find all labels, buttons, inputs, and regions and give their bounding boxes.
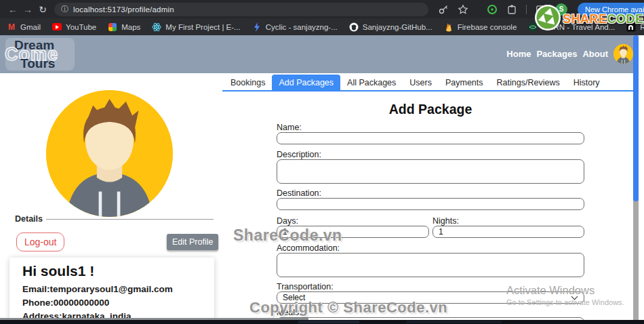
bookmark-cyclic[interactable]: Cyclic - sanjayzng-... <box>252 22 338 32</box>
site-header: Dream Come Tours Home Packages About <box>0 35 639 73</box>
tab-history[interactable]: History <box>567 75 607 91</box>
bottom-dark-bar <box>0 320 644 324</box>
scrollbar-thumb[interactable] <box>633 35 639 201</box>
nav-packages[interactable]: Packages <box>536 49 577 59</box>
phone-text: Phone:00000000000 <box>22 298 201 308</box>
transportation-select[interactable]: Select <box>277 291 584 304</box>
bookmark-star-icon[interactable] <box>458 4 468 15</box>
sharecode-swirl-icon <box>534 4 561 34</box>
react-icon <box>152 22 161 32</box>
site-info-icon[interactable]: ⓘ <box>61 4 68 14</box>
days-input[interactable] <box>277 226 429 238</box>
tab-all-packages[interactable]: All Packages <box>340 75 403 91</box>
taskbar-segment <box>407 321 502 323</box>
profile-picture <box>46 90 173 217</box>
description-input[interactable] <box>277 159 584 184</box>
taskbar-segment <box>298 321 359 323</box>
meals-label: Meals: <box>277 308 302 317</box>
accommodation-input[interactable] <box>277 253 584 277</box>
cyclic-icon <box>252 22 262 32</box>
tab-bookings[interactable]: Bookings <box>224 75 272 91</box>
bookmark-gmail[interactable]: M Gmail <box>7 22 41 32</box>
nights-label: Nights: <box>432 216 459 226</box>
sharecode-logo-text: SHARECODE.vn <box>563 12 644 26</box>
logo-line-tours: Tours <box>20 56 55 71</box>
github-icon <box>349 22 359 32</box>
extension-clipboard-icon[interactable] <box>506 4 517 15</box>
tab-payments[interactable]: Payments <box>439 75 490 91</box>
profile-info-card: Hi souls1 ! Email:temporarysoul1@gmail.c… <box>9 258 214 324</box>
header-nav: Home Packages About <box>506 44 633 64</box>
screen: ← → ↻ ⓘ localhost:5173/profile/admin <box>0 0 644 324</box>
name-label: Name: <box>277 123 302 132</box>
details-line <box>46 219 214 220</box>
bookmark-firebase[interactable]: Firebase console <box>444 22 517 32</box>
toolbar-separator <box>526 5 527 14</box>
details-heading: Details <box>15 214 43 224</box>
reload-icon[interactable]: ↻ <box>35 4 50 15</box>
transportation-label: Transportation: <box>277 282 334 291</box>
nav-home[interactable]: Home <box>506 49 531 59</box>
details-divider: Details <box>15 214 214 224</box>
bookmark-maps[interactable]: Maps <box>108 22 140 32</box>
main-content: Details Log-out Edit Profile Hi souls1 !… <box>0 73 639 320</box>
youtube-icon <box>52 22 62 32</box>
name-input[interactable] <box>277 132 584 144</box>
nav-about[interactable]: About <box>582 49 608 59</box>
back-icon[interactable]: ← <box>5 4 20 15</box>
url-bar[interactable]: ⓘ localhost:5173/profile/admin <box>54 3 428 16</box>
destination-input[interactable] <box>277 198 584 210</box>
transportation-selected-value: Select <box>283 293 305 302</box>
sharecode-logo: SHARECODE.vn <box>534 4 644 34</box>
extension-green-icon[interactable] <box>487 4 498 15</box>
bookmark-github[interactable]: Sanjayzng-GitHub... <box>349 22 432 32</box>
bookmark-youtube[interactable]: YouTube <box>52 22 96 32</box>
accommodation-label: Accommodation: <box>277 243 340 253</box>
maps-icon <box>108 22 117 32</box>
tab-bar: Bookings Add Packages All Packages Users… <box>224 75 607 91</box>
email-text: Email:temporarysoul1@gmail.com <box>22 284 201 294</box>
gmail-icon: M <box>7 22 16 32</box>
forward-icon[interactable]: → <box>20 4 35 15</box>
tab-users[interactable]: Users <box>403 75 439 91</box>
greeting-text: Hi souls1 ! <box>22 263 201 279</box>
form-title: Add Package <box>277 102 584 117</box>
bookmark-my-first-project[interactable]: My First Project | E-... <box>152 22 240 32</box>
chevron-down-icon <box>571 293 578 300</box>
firebase-icon <box>444 22 454 32</box>
header-user-avatar[interactable] <box>613 44 633 64</box>
url-text: localhost:5173/profile/admin <box>73 5 174 14</box>
page-scrollbar[interactable] <box>633 35 639 320</box>
tab-add-packages[interactable]: Add Packages <box>272 75 340 91</box>
tab-underline <box>222 90 633 92</box>
nights-input[interactable] <box>432 226 584 238</box>
edit-profile-button[interactable]: Edit Profile <box>167 234 218 250</box>
password-key-icon[interactable] <box>438 4 449 15</box>
tab-ratings-reviews[interactable]: Ratings/Reviews <box>490 75 567 91</box>
logout-button[interactable]: Log-out <box>16 232 64 251</box>
destination-label: Destination: <box>277 188 321 198</box>
days-label: Days: <box>277 216 298 226</box>
description-label: Description: <box>277 150 321 159</box>
